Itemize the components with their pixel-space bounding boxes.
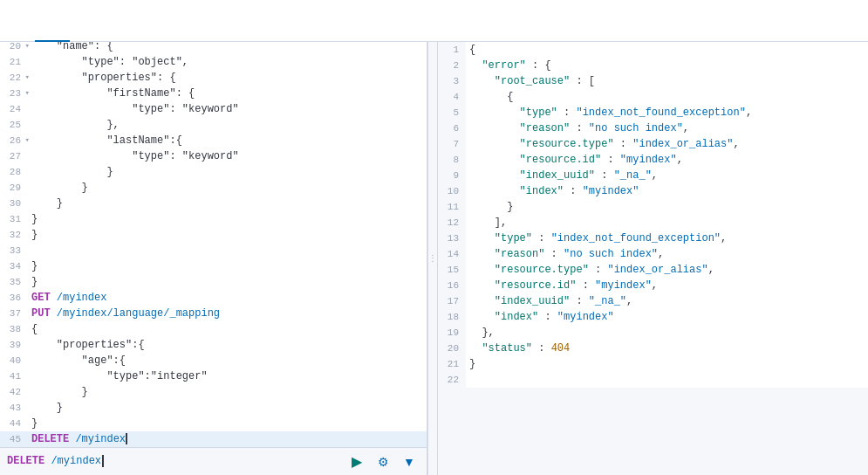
line-content-22: "properties": { bbox=[28, 70, 427, 86]
right-line-9: 9 "index_uuid" : "_na_", bbox=[438, 168, 868, 183]
right-line-number-14: 14 bbox=[438, 246, 466, 262]
line-content-31: } bbox=[28, 211, 427, 227]
left-line-23[interactable]: 23▾ "firstName": { bbox=[0, 86, 427, 101]
right-line-5: 5 "type" : "index_not_found_exception", bbox=[438, 105, 868, 120]
line-number-29: 29 bbox=[0, 180, 28, 196]
right-line-8: 8 "resource.id" : "myindex", bbox=[438, 152, 868, 168]
right-line-number-11: 11 bbox=[438, 199, 466, 215]
line-number-28: 28 bbox=[0, 164, 28, 180]
line-number-42: 42 bbox=[0, 384, 28, 400]
line-content-40: "age":{ bbox=[28, 353, 427, 368]
tab-console[interactable] bbox=[0, 0, 35, 42]
right-line-18: 18 "index" : "myindex" bbox=[438, 309, 868, 325]
right-line-number-3: 3 bbox=[438, 73, 466, 89]
line-number-23: 23▾ bbox=[0, 86, 28, 101]
line-content-36: GET /myindex bbox=[28, 290, 427, 306]
right-line-15: 15 "resource.type" : "index_or_alias", bbox=[438, 262, 868, 278]
left-line-27[interactable]: 27 "type": "keyword" bbox=[0, 148, 427, 164]
right-line-content-15: "resource.type" : "index_or_alias", bbox=[466, 262, 868, 278]
line-number-32: 32 bbox=[0, 227, 28, 243]
left-line-40[interactable]: 40 "age":{ bbox=[0, 353, 427, 368]
left-line-35[interactable]: 35} bbox=[0, 274, 427, 290]
right-line-number-4: 4 bbox=[438, 89, 466, 105]
line-content-27: "type": "keyword" bbox=[28, 148, 427, 164]
left-line-42[interactable]: 42 } bbox=[0, 384, 427, 400]
line-content-37: PUT /myindex/language/_mapping bbox=[28, 306, 427, 321]
left-line-31[interactable]: 31} bbox=[0, 211, 427, 227]
left-line-22[interactable]: 22▾ "properties": { bbox=[0, 70, 427, 86]
right-line-number-16: 16 bbox=[438, 278, 466, 293]
line-number-43: 43 bbox=[0, 400, 28, 416]
panel-divider[interactable]: ⋮ bbox=[427, 42, 438, 475]
left-line-26[interactable]: 26▾ "lastName":{ bbox=[0, 133, 427, 148]
left-line-44[interactable]: 44} bbox=[0, 416, 427, 431]
left-code-editor[interactable]: 18 index: false19 },20▾ "name": {21 "typ… bbox=[0, 42, 427, 447]
line-content-39: "properties":{ bbox=[28, 337, 427, 353]
left-line-24[interactable]: 24 "type": "keyword" bbox=[0, 101, 427, 117]
left-line-33[interactable]: 33 bbox=[0, 243, 427, 258]
right-line-content-6: "reason" : "no such index", bbox=[466, 120, 868, 136]
left-line-36[interactable]: 36GET /myindex bbox=[0, 290, 427, 306]
tab-grok-debugger[interactable] bbox=[70, 0, 105, 42]
line-content-38: { bbox=[28, 321, 427, 337]
right-line-content-5: "type" : "index_not_found_exception", bbox=[466, 105, 868, 120]
right-line-16: 16 "resource.id" : "myindex", bbox=[438, 278, 868, 293]
line-number-38: 38 bbox=[0, 321, 28, 337]
right-line-number-6: 6 bbox=[438, 120, 466, 136]
right-line-number-10: 10 bbox=[438, 183, 466, 199]
right-code-output[interactable]: 1{2 "error" : {3 "root_cause" : [4 {5 "t… bbox=[438, 42, 868, 475]
left-line-32[interactable]: 32} bbox=[0, 227, 427, 243]
left-line-21[interactable]: 21 "type": "object", bbox=[0, 54, 427, 70]
right-line-content-20: "status" : 404 bbox=[466, 341, 868, 356]
line-content-24: "type": "keyword" bbox=[28, 101, 427, 117]
line-number-36: 36 bbox=[0, 290, 28, 306]
left-line-29[interactable]: 29 } bbox=[0, 180, 427, 196]
line-number-37: 37 bbox=[0, 306, 28, 321]
tab-search-profiler[interactable] bbox=[35, 0, 70, 42]
left-line-39[interactable]: 39 "properties":{ bbox=[0, 337, 427, 353]
line-number-33: 33 bbox=[0, 243, 28, 258]
left-line-20[interactable]: 20▾ "name": { bbox=[0, 42, 427, 54]
right-line-content-4: { bbox=[466, 89, 868, 105]
right-output-panel: 1{2 "error" : {3 "root_cause" : [4 {5 "t… bbox=[438, 42, 868, 475]
right-line-content-17: "index_uuid" : "_na_", bbox=[466, 293, 868, 309]
right-line-number-13: 13 bbox=[438, 231, 466, 246]
right-line-7: 7 "resource.type" : "index_or_alias", bbox=[438, 136, 868, 152]
run-button[interactable]: ▶ bbox=[346, 451, 367, 472]
left-line-28[interactable]: 28 } bbox=[0, 164, 427, 180]
right-line-6: 6 "reason" : "no such index", bbox=[438, 120, 868, 136]
right-line-19: 19 }, bbox=[438, 325, 868, 341]
right-line-1: 1{ bbox=[438, 42, 868, 58]
right-line-number-17: 17 bbox=[438, 293, 466, 309]
right-line-number-7: 7 bbox=[438, 136, 466, 152]
right-line-14: 14 "reason" : "no such index", bbox=[438, 246, 868, 262]
line-number-45: 45 bbox=[0, 431, 28, 447]
left-line-45[interactable]: 45DELETE /myindex bbox=[0, 431, 427, 447]
left-line-38[interactable]: 38{ bbox=[0, 321, 427, 337]
right-line-number-22: 22 bbox=[438, 372, 466, 388]
right-line-20: 20 "status" : 404 bbox=[438, 341, 868, 356]
right-line-number-20: 20 bbox=[438, 341, 466, 356]
line-content-20: "name": { bbox=[28, 42, 427, 54]
left-line-25[interactable]: 25 }, bbox=[0, 117, 427, 133]
more-button[interactable]: ▼ bbox=[399, 451, 420, 472]
right-line-21: 21} bbox=[438, 356, 868, 372]
right-line-12: 12 ], bbox=[438, 215, 868, 231]
left-line-43[interactable]: 43 } bbox=[0, 400, 427, 416]
line-number-22: 22▾ bbox=[0, 70, 28, 86]
left-line-41[interactable]: 41 "type":"integer" bbox=[0, 368, 427, 384]
right-line-content-22 bbox=[466, 372, 868, 388]
line-number-30: 30 bbox=[0, 196, 28, 211]
right-line-number-12: 12 bbox=[438, 215, 466, 231]
line-content-21: "type": "object", bbox=[28, 54, 427, 70]
right-line-17: 17 "index_uuid" : "_na_", bbox=[438, 293, 868, 309]
left-line-37[interactable]: 37PUT /myindex/language/_mapping bbox=[0, 306, 427, 321]
settings-button[interactable]: ⚙ bbox=[372, 451, 393, 472]
line-content-45: DELETE /myindex bbox=[28, 431, 427, 447]
line-number-26: 26▾ bbox=[0, 133, 28, 148]
line-number-34: 34 bbox=[0, 258, 28, 274]
left-line-30[interactable]: 30 } bbox=[0, 196, 427, 211]
right-line-3: 3 "root_cause" : [ bbox=[438, 73, 868, 89]
right-line-content-10: "index" : "myindex" bbox=[466, 183, 868, 199]
left-line-34[interactable]: 34} bbox=[0, 258, 427, 274]
